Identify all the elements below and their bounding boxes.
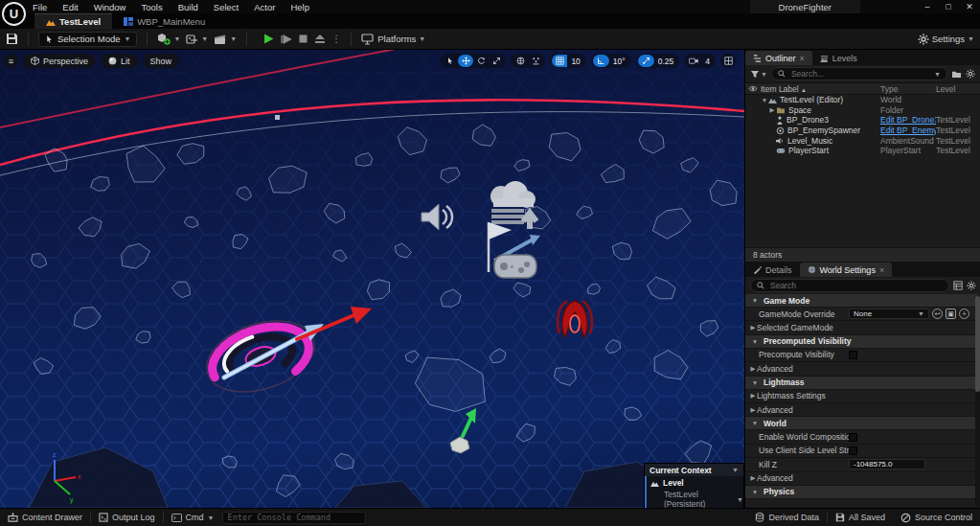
perspective-dropdown[interactable]: Perspective	[23, 54, 96, 68]
close-icon[interactable]: ×	[879, 265, 884, 275]
blueprints-button[interactable]: ▼	[186, 34, 208, 45]
play-button[interactable]	[262, 33, 275, 45]
console-command-input[interactable]	[222, 512, 366, 524]
surface-snap-icon[interactable]	[528, 55, 543, 67]
show-dropdown[interactable]: Show	[143, 54, 180, 68]
gamemode-override-dropdown[interactable]: None▼	[849, 309, 929, 319]
cinematics-button[interactable]: ▼	[214, 34, 237, 45]
visibility-eye-icon[interactable]	[745, 85, 761, 92]
world-settings-search-input[interactable]	[768, 280, 943, 291]
menu-build[interactable]: Build	[178, 2, 198, 12]
close-button[interactable]: ✕	[959, 0, 980, 12]
grid-snap-icon[interactable]	[552, 55, 567, 67]
outliner-search-input[interactable]	[789, 68, 930, 80]
platforms-dropdown[interactable]: Platforms ▼	[361, 34, 425, 45]
save-icon[interactable]	[6, 33, 18, 45]
tab-world-settings[interactable]: World Settings ×	[800, 263, 893, 277]
filter-icon[interactable]: ▼	[750, 70, 767, 79]
menu-edit[interactable]: Edit	[62, 2, 78, 12]
rotate-tool[interactable]	[473, 55, 489, 67]
column-type[interactable]: Type	[880, 84, 936, 94]
column-item-label[interactable]: Item Label ▲	[761, 84, 880, 94]
selection-mode-dropdown[interactable]: Selection Mode ▼	[38, 32, 137, 47]
menu-actor[interactable]: Actor	[254, 2, 275, 12]
add-new-icon[interactable]: +	[959, 309, 969, 319]
viewport-menu-icon[interactable]: ≡	[4, 54, 18, 68]
precompute-visibility-checkbox[interactable]	[849, 351, 857, 359]
scale-snap-icon[interactable]	[638, 55, 654, 67]
lit-dropdown[interactable]: Lit	[101, 54, 138, 68]
angle-snap-icon[interactable]	[593, 55, 609, 67]
menu-file[interactable]: File	[33, 2, 47, 12]
menu-window[interactable]: Window	[94, 2, 126, 12]
prop-advanced-2[interactable]: ▶Advanced	[745, 403, 977, 417]
camera-speed-icon[interactable]	[686, 55, 701, 67]
browse-asset-icon[interactable]: ▣	[946, 309, 956, 319]
outliner-row-testlevel[interactable]: ▼ TestLevel (Editor) World	[745, 95, 980, 105]
source-control-button[interactable]: Source Control	[893, 509, 980, 526]
outliner-row-bp-drone3[interactable]: BP_Drone3 Edit BP_Drone3TestLevel	[745, 115, 980, 126]
scrollbar-thumb[interactable]	[975, 296, 980, 392]
move-tool[interactable]	[458, 55, 473, 67]
context-level-value-dropdown[interactable]: TestLevel (Persistent) ▼	[650, 490, 743, 508]
derived-data-button[interactable]: Derived Data	[747, 509, 827, 526]
outliner-row-space[interactable]: ▶ Space Folder	[745, 105, 980, 116]
kill-z-input[interactable]	[849, 459, 925, 469]
section-physics[interactable]: ▼Physics	[745, 486, 977, 499]
level-viewport[interactable]: + x y z	[0, 50, 744, 508]
gear-icon[interactable]	[967, 281, 976, 290]
tab-levels[interactable]: Levels	[812, 51, 865, 65]
minimize-button[interactable]: –	[917, 0, 938, 12]
cmd-dropdown[interactable]: Cmd ▼	[164, 509, 222, 526]
outliner-row-playerstart[interactable]: PlayerStart PlayerStartTestLevel	[745, 146, 980, 156]
world-coordinate-icon[interactable]	[513, 55, 528, 67]
content-drawer-button[interactable]: Content Drawer	[0, 509, 90, 526]
eject-button[interactable]	[314, 34, 326, 44]
edit-blueprint-link[interactable]: Edit BP_Enemy…	[880, 126, 936, 135]
scrollbar-track[interactable]	[975, 296, 980, 507]
section-lightmass[interactable]: ▼Lightmass	[745, 377, 977, 390]
tab-outliner[interactable]: Outliner ×	[745, 51, 812, 65]
angle-snap-value[interactable]: 10°	[609, 57, 629, 66]
maximize-button[interactable]: ▢	[938, 0, 959, 12]
prop-lightmass-settings[interactable]: ▶Lightmass Settings	[745, 390, 977, 403]
current-context-header[interactable]: Current Context ▼	[645, 464, 743, 476]
tab-details[interactable]: Details	[745, 263, 800, 277]
menu-help[interactable]: Help	[290, 2, 309, 12]
enable-world-composition-checkbox[interactable]	[849, 433, 857, 442]
kebab-icon[interactable]: ⋮	[331, 34, 341, 44]
grid-snap-value[interactable]: 10	[567, 57, 583, 66]
display-filter-icon[interactable]	[953, 281, 963, 290]
tab-wbp-mainmenu[interactable]: WBP_MainMenu	[112, 13, 217, 29]
outliner-row-level-music[interactable]: Level_Music AmbientSoundTestLevel	[745, 135, 980, 146]
create-folder-icon[interactable]	[951, 70, 962, 79]
camera-speed-value[interactable]: 4	[701, 57, 714, 66]
close-icon[interactable]: ×	[800, 54, 805, 63]
outliner-row-bp-enemyspawner[interactable]: BP_EnemySpawner Edit BP_Enemy…TestLevel	[745, 126, 980, 136]
frame-skip-button[interactable]	[281, 34, 292, 45]
use-selected-icon[interactable]: ↩	[932, 309, 943, 319]
prop-advanced-1[interactable]: ▶Advanced	[745, 362, 977, 376]
edit-blueprint-link[interactable]: Edit BP_Drone3	[880, 115, 936, 125]
scale-snap-value[interactable]: 0.25	[654, 57, 678, 66]
all-saved-button[interactable]: All Saved	[828, 509, 893, 526]
add-actor-button[interactable]: ▼	[157, 33, 180, 45]
client-side-streaming-checkbox[interactable]	[849, 446, 857, 455]
select-tool[interactable]	[443, 55, 458, 67]
output-log-button[interactable]: Output Log	[91, 509, 163, 526]
tab-testlevel[interactable]: TestLevel	[34, 13, 112, 29]
section-game-mode[interactable]: ▼Game Mode	[745, 294, 977, 308]
stop-button[interactable]	[298, 34, 308, 44]
menu-tools[interactable]: Tools	[141, 2, 162, 12]
settings-dropdown[interactable]: Settings ▼	[918, 34, 974, 45]
scale-tool[interactable]	[489, 55, 504, 67]
gear-icon[interactable]	[966, 69, 975, 79]
quad-view-icon[interactable]	[720, 54, 737, 68]
menu-select[interactable]: Select	[214, 2, 239, 12]
context-level-row[interactable]: Level	[650, 478, 743, 488]
section-precomputed-visibility[interactable]: ▼Precomputed Visibility	[745, 335, 977, 349]
prop-selected-gamemode[interactable]: ▶Selected GameMode	[745, 321, 977, 334]
section-world[interactable]: ▼World	[745, 417, 977, 430]
column-level[interactable]: Level	[936, 84, 980, 94]
prop-advanced-3[interactable]: ▶Advanced	[745, 472, 977, 486]
